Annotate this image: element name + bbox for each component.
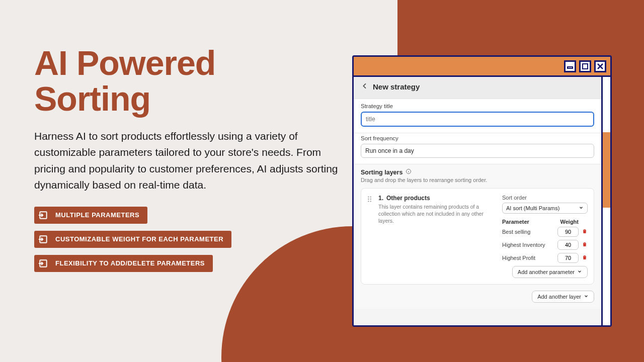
hero-description: Harness AI to sort products effortlessly… (34, 128, 344, 194)
trash-icon[interactable] (582, 228, 588, 235)
scrollbar-track[interactable] (603, 77, 610, 325)
feature-pill: FLEXIBILITY TO ADD/DELETE PARAMETERS (34, 255, 213, 272)
page-header: New strategy (354, 77, 601, 99)
chevron-down-icon (577, 269, 582, 275)
scrollbar-thumb[interactable] (603, 132, 610, 208)
layer-card: 1. Other products This layer contains re… (361, 188, 594, 285)
param-row: Best selling (502, 227, 588, 237)
layers-footer: Add another layer (361, 291, 594, 303)
sort-order-select[interactable]: AI sort (Multi Params) (502, 203, 588, 214)
strategy-title-section: Strategy title (354, 99, 601, 133)
param-name: Highest Profit (502, 255, 554, 261)
svg-point-7 (370, 196, 371, 197)
back-arrow-icon[interactable] (361, 82, 369, 92)
info-icon[interactable] (406, 168, 412, 176)
col-weight: Weight (560, 219, 579, 225)
trash-icon[interactable] (582, 241, 588, 248)
strategy-title-label: Strategy title (361, 103, 594, 109)
layer-title: 1. Other products (378, 195, 496, 202)
param-row: Highest Profit (502, 253, 588, 263)
col-parameter: Parameter (502, 219, 529, 225)
maximize-button[interactable] (579, 60, 591, 72)
hero-section: AI Powered Sorting Harness AI to sort pr… (34, 45, 344, 272)
sorting-layers-help: Drag and drop the layers to rearrange so… (361, 177, 594, 183)
strategy-title-input[interactable] (361, 112, 594, 127)
feature-pill-label: FLEXIBILITY TO ADD/DELETE PARAMETERS (55, 259, 205, 267)
svg-point-8 (368, 199, 369, 200)
enter-icon (38, 234, 48, 244)
layer-settings: Sort order AI sort (Multi Params) Parame… (502, 195, 588, 278)
layer-name: Other products (386, 195, 430, 202)
sort-frequency-section: Sort frequency Run once in a day (354, 133, 601, 164)
feature-pill-list: MULTIPLE PARAMETERS CUSTOMIZABLE WEIGHT … (34, 207, 344, 272)
add-layer-label: Add another layer (537, 294, 581, 300)
svg-rect-3 (568, 67, 573, 68)
enter-icon (38, 258, 48, 268)
param-name: Best selling (502, 229, 554, 235)
svg-point-9 (370, 199, 371, 200)
add-parameter-button[interactable]: Add another parameter (512, 266, 588, 278)
add-parameter-label: Add another parameter (518, 269, 575, 275)
feature-pill-label: MULTIPLE PARAMETERS (55, 211, 139, 219)
param-row: Highest Inventory (502, 240, 588, 250)
sort-frequency-label: Sort frequency (361, 135, 594, 141)
drag-handle-icon[interactable] (367, 195, 372, 278)
param-name: Highest Inventory (502, 242, 554, 248)
svg-rect-4 (583, 64, 588, 69)
chevron-down-icon (584, 294, 589, 300)
weight-input[interactable] (557, 253, 579, 263)
scrollbar[interactable] (601, 77, 610, 325)
hero-title: AI Powered Sorting (34, 45, 344, 117)
window-titlebar (354, 57, 610, 77)
svg-point-6 (368, 196, 369, 197)
chevron-down-icon (579, 205, 584, 211)
minimize-button[interactable] (564, 60, 576, 72)
layer-description: This layer contains remaining products o… (378, 203, 496, 225)
svg-point-11 (370, 201, 371, 202)
hero-title-line2: Sorting (34, 79, 150, 118)
sort-order-label: Sort order (502, 195, 588, 201)
close-button[interactable] (594, 60, 606, 72)
page-title: New strategy (373, 82, 420, 91)
trash-icon[interactable] (582, 254, 588, 261)
layer-index: 1. (378, 195, 383, 202)
window-body: New strategy Strategy title Sort frequen… (354, 77, 610, 325)
sorting-layers-label: Sorting layers (361, 169, 403, 176)
app-window: New strategy Strategy title Sort frequen… (352, 55, 612, 327)
app-content: New strategy Strategy title Sort frequen… (354, 77, 601, 325)
weight-input[interactable] (557, 240, 579, 250)
hero-title-line1: AI Powered (34, 44, 215, 82)
sort-frequency-select[interactable]: Run once in a day (361, 144, 594, 158)
feature-pill-label: CUSTOMIZABLE WEIGHT FOR EACH PARAMETER (55, 235, 223, 243)
feature-pill: MULTIPLE PARAMETERS (34, 207, 147, 224)
add-layer-button[interactable]: Add another layer (532, 291, 594, 303)
sorting-layers-section: Sorting layers Drag and drop the layers … (354, 164, 601, 309)
layer-info: 1. Other products This layer contains re… (378, 195, 496, 278)
weight-input[interactable] (557, 227, 579, 237)
enter-icon (38, 210, 48, 220)
param-weight-header: Parameter Weight (502, 219, 588, 225)
sort-order-value: AI sort (Multi Params) (506, 205, 559, 211)
feature-pill: CUSTOMIZABLE WEIGHT FOR EACH PARAMETER (34, 231, 231, 248)
svg-point-10 (368, 201, 369, 202)
sorting-layers-heading: Sorting layers (361, 168, 594, 176)
